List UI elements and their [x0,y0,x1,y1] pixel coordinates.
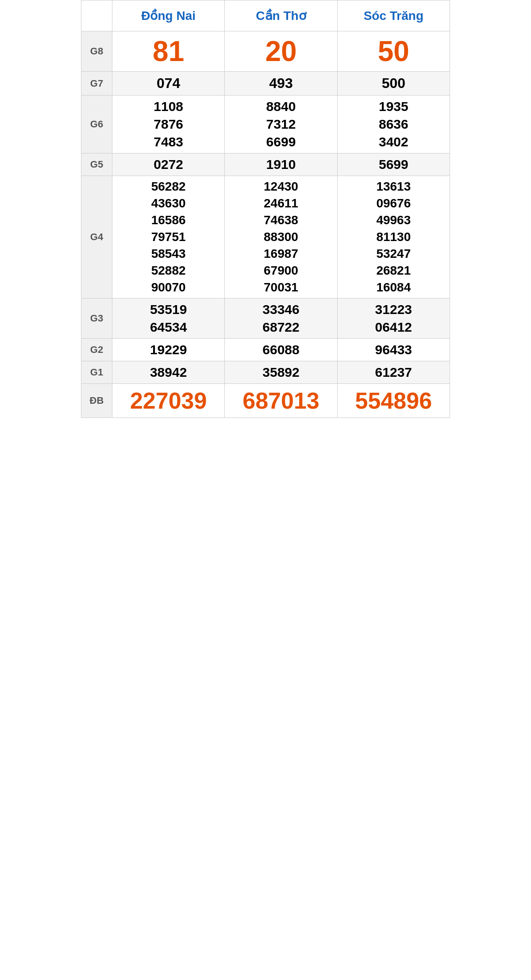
g4-dong-nai: 56282 43630 16586 79751 58543 52882 9007… [112,176,225,299]
g6-dong-nai-values: 1108 7876 7483 [114,99,223,149]
g4-label: G4 [81,176,112,299]
g8-label: G8 [81,31,112,72]
g8-can-tho: 20 [225,31,337,72]
g4-can-tho: 12430 24611 74638 88300 16987 67900 7003… [225,176,337,299]
g6-soc-trang: 1935 8636 3402 [337,96,450,153]
g2-can-tho: 66088 [225,339,337,361]
g5-can-tho: 1910 [225,153,337,176]
g2-label: G2 [81,339,112,361]
g6-dong-nai: 1108 7876 7483 [112,96,225,153]
g6-can-tho: 8840 7312 6699 [225,96,337,153]
db-label: ĐB [81,384,112,418]
g1-soc-trang: 61237 [337,361,450,384]
db-can-tho: 687013 [225,384,337,418]
g1-dong-nai: 38942 [112,361,225,384]
g3-label: G3 [81,299,112,339]
g4-soc-trang-values: 13613 09676 49963 81130 53247 26821 1608… [339,180,448,295]
g6-can-tho-values: 8840 7312 6699 [227,99,335,149]
can-tho-header: Cần Thơ [225,0,337,31]
soc-trang-header: Sóc Trăng [337,0,450,31]
g3-dong-nai-values: 53519 64534 [114,302,223,335]
g5-soc-trang: 5699 [337,153,450,176]
g3-dong-nai: 53519 64534 [112,299,225,339]
g3-can-tho: 33346 68722 [225,299,337,339]
g6-row: G6 1108 7876 7483 8840 7312 6699 1935 86 [81,96,450,153]
g3-soc-trang: 31223 06412 [337,299,450,339]
label-header [81,0,112,31]
g1-can-tho: 35892 [225,361,337,384]
g4-row: G4 56282 43630 16586 79751 58543 52882 9… [81,176,450,299]
g1-row: G1 38942 35892 61237 [81,361,450,384]
dong-nai-header: Đồng Nai [112,0,225,31]
g7-soc-trang: 500 [337,72,450,96]
db-soc-trang: 554896 [337,384,450,418]
g7-dong-nai: 074 [112,72,225,96]
lottery-table: Đồng Nai Cần Thơ Sóc Trăng G8 81 20 50 G… [81,0,450,418]
g2-dong-nai: 19229 [112,339,225,361]
g8-row: G8 81 20 50 [81,31,450,72]
g7-label: G7 [81,72,112,96]
g3-row: G3 53519 64534 33346 68722 31223 06412 [81,299,450,339]
g3-can-tho-values: 33346 68722 [227,302,335,335]
db-dong-nai: 227039 [112,384,225,418]
g5-dong-nai: 0272 [112,153,225,176]
g4-soc-trang: 13613 09676 49963 81130 53247 26821 1608… [337,176,450,299]
g7-can-tho: 493 [225,72,337,96]
g2-soc-trang: 96433 [337,339,450,361]
g4-can-tho-values: 12430 24611 74638 88300 16987 67900 7003… [227,180,335,295]
g3-soc-trang-values: 31223 06412 [339,302,448,335]
g5-label: G5 [81,153,112,176]
g7-row: G7 074 493 500 [81,72,450,96]
g6-label: G6 [81,96,112,153]
g2-row: G2 19229 66088 96433 [81,339,450,361]
db-row: ĐB 227039 687013 554896 [81,384,450,418]
g5-row: G5 0272 1910 5699 [81,153,450,176]
g6-soc-trang-values: 1935 8636 3402 [339,99,448,149]
g8-soc-trang: 50 [337,31,450,72]
g4-dong-nai-values: 56282 43630 16586 79751 58543 52882 9007… [114,180,223,295]
header-row: Đồng Nai Cần Thơ Sóc Trăng [81,0,450,31]
g1-label: G1 [81,361,112,384]
g8-dong-nai: 81 [112,31,225,72]
